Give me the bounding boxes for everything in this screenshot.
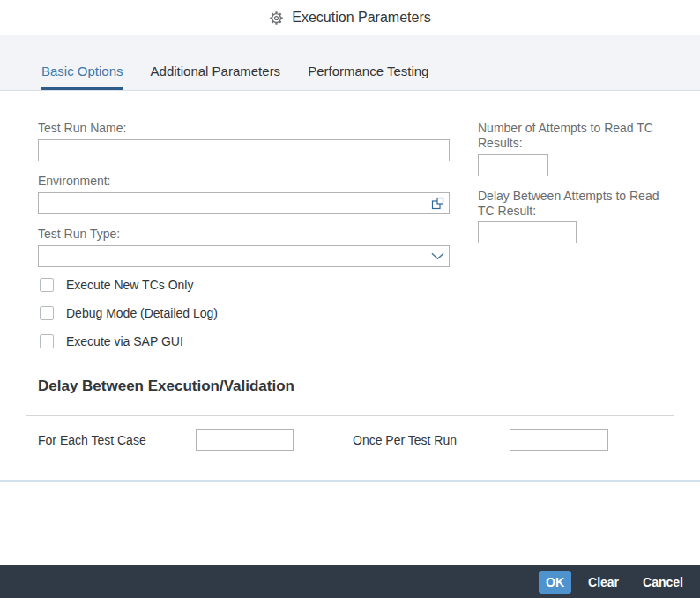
chevron-down-icon <box>426 246 449 266</box>
value-help-icon[interactable] <box>426 193 449 213</box>
environment-input-wrap <box>38 192 450 214</box>
environment-input[interactable] <box>39 193 426 213</box>
checkbox-label: Execute via SAP GUI <box>66 334 183 348</box>
tab-performance-testing[interactable]: Performance Testing <box>308 64 428 90</box>
test-run-type-label: Test Run Type: <box>38 227 120 242</box>
test-run-type-value[interactable] <box>39 246 426 266</box>
checkbox-box <box>40 334 54 348</box>
attempts-to-read-label: Number of Attempts to Read TC Results: <box>478 121 656 151</box>
test-run-name-input[interactable] <box>38 139 450 161</box>
for-each-test-case-input[interactable] <box>196 429 294 451</box>
attempts-to-read-input[interactable] <box>478 154 548 176</box>
tab-additional-parameters[interactable]: Additional Parameters <box>151 64 281 90</box>
gear-icon <box>269 11 284 26</box>
delay-between-attempts-input[interactable] <box>478 221 577 243</box>
checkbox-execute-new-tcs-only[interactable]: Execute New TCs Only <box>40 278 193 292</box>
dialog-header: Execution Parameters <box>0 0 700 35</box>
checkbox-debug-mode[interactable]: Debug Mode (Detailed Log) <box>40 306 218 320</box>
tab-basic-options[interactable]: Basic Options <box>41 64 123 90</box>
cancel-button[interactable]: Cancel <box>643 575 683 589</box>
for-each-test-case-label: For Each Test Case <box>38 433 146 448</box>
test-run-name-label: Test Run Name: <box>38 121 126 136</box>
checkbox-execute-via-sap-gui[interactable]: Execute via SAP GUI <box>40 334 183 348</box>
checkbox-label: Execute New TCs Only <box>66 278 193 292</box>
dialog-footer: OK Clear Cancel <box>0 565 700 598</box>
once-per-test-run-label: Once Per Test Run <box>353 433 457 448</box>
test-run-type-select[interactable] <box>38 245 450 267</box>
section-separator <box>26 415 674 416</box>
ok-button[interactable]: OK <box>539 571 571 594</box>
clear-button[interactable]: Clear <box>588 575 619 589</box>
checkbox-box <box>40 306 54 320</box>
checkbox-box <box>40 278 54 292</box>
dialog-title: Execution Parameters <box>292 10 430 26</box>
once-per-test-run-input[interactable] <box>510 429 608 451</box>
delay-section-title: Delay Between Execution/Validation <box>38 377 294 395</box>
tab-bar: Basic Options Additional Parameters Perf… <box>0 35 700 91</box>
checkbox-label: Debug Mode (Detailed Log) <box>66 306 218 320</box>
delay-between-attempts-label: Delay Between Attempts to Read TC Result… <box>478 189 663 219</box>
group-separator <box>0 480 700 482</box>
environment-label: Environment: <box>38 174 110 189</box>
